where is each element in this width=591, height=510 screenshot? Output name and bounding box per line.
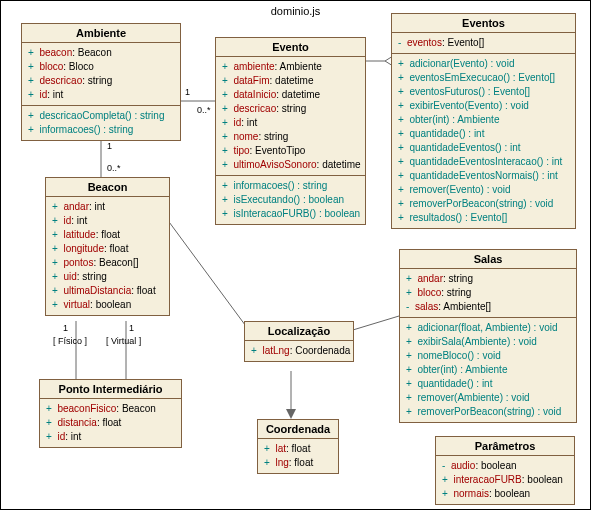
operation-row: + quantidadeEventosInteracao() : int — [398, 155, 569, 169]
attribute-row: + lat: float — [264, 442, 332, 456]
attribute-row: - salas: Ambiente[] — [406, 300, 570, 314]
operation-row: + remover(Ambiente) : void — [406, 391, 570, 405]
attrs: + latLng: Coordenada — [245, 341, 353, 361]
attribute-row: + descricao: string — [222, 102, 359, 116]
attrs: + beaconFisico: Beacon+ distancia: float… — [40, 399, 181, 447]
ops: + adicionar(float, Ambiente) : void+ exi… — [400, 318, 576, 422]
ops: + descricaoCompleta() : string+ informac… — [22, 106, 180, 140]
attribute-row: + bloco: string — [406, 286, 570, 300]
attrs: + beacon: Beacon+ bloco: Bloco+ descrica… — [22, 43, 180, 106]
operation-row: + obter(int) : Ambiente — [406, 363, 570, 377]
class-salas: Salas + andar: string+ bloco: string- sa… — [399, 249, 577, 423]
attrs: - audio: boolean+ interacaoFURB: boolean… — [436, 456, 574, 504]
mult: [ Virtual ] — [106, 336, 141, 346]
attribute-row: + beaconFisico: Beacon — [46, 402, 175, 416]
class-parametros: Parâmetros - audio: boolean+ interacaoFU… — [435, 436, 575, 505]
operation-row: + eventosEmExecucao() : Evento[] — [398, 71, 569, 85]
attribute-row: + andar: string — [406, 272, 570, 286]
operation-row: + resultados() : Evento[] — [398, 211, 569, 225]
class-name: Ambiente — [22, 24, 180, 43]
class-name: Ponto Intermediário — [40, 380, 181, 399]
attribute-row: + interacaoFURB: boolean — [442, 473, 568, 487]
operation-row: + quantidade() : int — [406, 377, 570, 391]
attribute-row: + normais: boolean — [442, 487, 568, 501]
class-evento: Evento + ambiente: Ambiente+ dataFim: da… — [215, 37, 366, 225]
class-beacon: Beacon + andar: int+ id: int+ latitude: … — [45, 177, 170, 316]
class-ambiente: Ambiente + beacon: Beacon+ bloco: Bloco+… — [21, 23, 181, 141]
mult: 0..* — [107, 163, 121, 173]
attribute-row: + beacon: Beacon — [28, 46, 174, 60]
attribute-row: + id: int — [52, 214, 163, 228]
operation-row: + eventosFuturos() : Evento[] — [398, 85, 569, 99]
operation-row: + removerPorBeacon(string) : void — [398, 197, 569, 211]
attribute-row: + ultimaDistancia: float — [52, 284, 163, 298]
mult: 1 — [129, 323, 134, 333]
attribute-row: + longitude: float — [52, 242, 163, 256]
mult: 1 — [63, 323, 68, 333]
attribute-row: + virtual: boolean — [52, 298, 163, 312]
operation-row: + adicionar(Evento) : void — [398, 57, 569, 71]
attribute-row: + bloco: Bloco — [28, 60, 174, 74]
ops: + informacoes() : string+ isExecutando()… — [216, 176, 365, 224]
ops: + adicionar(Evento) : void+ eventosEmExe… — [392, 54, 575, 228]
class-coordenada: Coordenada + lat: float+ lng: float — [257, 419, 339, 474]
attribute-row: + id: int — [222, 116, 359, 130]
attribute-row: + ultimoAvisoSonoro: datetime — [222, 158, 359, 172]
attribute-row: - audio: boolean — [442, 459, 568, 473]
operation-row: + nomeBloco() : void — [406, 349, 570, 363]
attribute-row: + lng: float — [264, 456, 332, 470]
operation-row: + remover(Evento) : void — [398, 183, 569, 197]
operation-row: + quantidadeEventosNormais() : int — [398, 169, 569, 183]
mult: [ Físico ] — [53, 336, 87, 346]
attrs: + lat: float+ lng: float — [258, 439, 338, 473]
operation-row: + isInteracaoFURB() : boolean — [222, 207, 359, 221]
attribute-row: + id: int — [28, 88, 174, 102]
operation-row: + quantidade() : int — [398, 127, 569, 141]
attrs: + andar: string+ bloco: string- salas: A… — [400, 269, 576, 318]
attrs: + ambiente: Ambiente+ dataFim: datetime+… — [216, 57, 365, 176]
svg-marker-6 — [286, 409, 296, 419]
attribute-row: + andar: int — [52, 200, 163, 214]
mult: 0..* — [197, 105, 211, 115]
operation-row: + exibirSala(Ambiente) : void — [406, 335, 570, 349]
attrs: - eventos: Evento[] — [392, 33, 575, 54]
operation-row: + descricaoCompleta() : string — [28, 109, 174, 123]
svg-line-4 — [161, 211, 251, 333]
class-eventos: Eventos - eventos: Evento[] + adicionar(… — [391, 13, 576, 229]
operation-row: + removerPorBeacon(string) : void — [406, 405, 570, 419]
mult: 1 — [185, 87, 190, 97]
attribute-row: + latLng: Coordenada — [251, 344, 347, 358]
attribute-row: + dataInicio: datetime — [222, 88, 359, 102]
mult: 1 — [107, 141, 112, 151]
attribute-row: + id: int — [46, 430, 175, 444]
class-name: Localização — [245, 322, 353, 341]
class-name: Salas — [400, 250, 576, 269]
class-name: Parâmetros — [436, 437, 574, 456]
operation-row: + informacoes() : string — [28, 123, 174, 137]
attrs: + andar: int+ id: int+ latitude: float+ … — [46, 197, 169, 315]
class-localizacao: Localização + latLng: Coordenada — [244, 321, 354, 362]
uml-canvas: dominio.js 1 0..* 1 0..* 1 [ Físico ] 1 … — [0, 0, 591, 510]
attribute-row: + latitude: float — [52, 228, 163, 242]
class-name: Eventos — [392, 14, 575, 33]
attribute-row: + descricao: string — [28, 74, 174, 88]
attribute-row: + tipo: EventoTipo — [222, 144, 359, 158]
attribute-row: + nome: string — [222, 130, 359, 144]
operation-row: + quantidadeEventos() : int — [398, 141, 569, 155]
class-name: Beacon — [46, 178, 169, 197]
operation-row: + exibirEvento(Evento) : void — [398, 99, 569, 113]
attribute-row: + uid: string — [52, 270, 163, 284]
operation-row: + isExecutando() : boolean — [222, 193, 359, 207]
operation-row: + informacoes() : string — [222, 179, 359, 193]
class-ponto-intermediario: Ponto Intermediário + beaconFisico: Beac… — [39, 379, 182, 448]
attribute-row: - eventos: Evento[] — [398, 36, 569, 50]
operation-row: + adicionar(float, Ambiente) : void — [406, 321, 570, 335]
class-name: Evento — [216, 38, 365, 57]
attribute-row: + ambiente: Ambiente — [222, 60, 359, 74]
operation-row: + obter(int) : Ambiente — [398, 113, 569, 127]
class-name: Coordenada — [258, 420, 338, 439]
attribute-row: + dataFim: datetime — [222, 74, 359, 88]
attribute-row: + distancia: float — [46, 416, 175, 430]
attribute-row: + pontos: Beacon[] — [52, 256, 163, 270]
